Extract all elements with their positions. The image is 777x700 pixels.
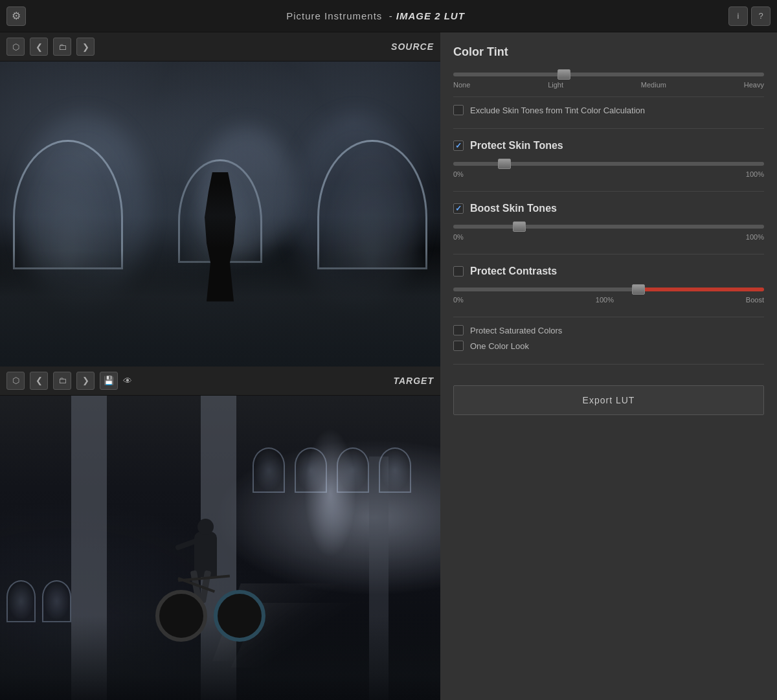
exclude-skin-tones-row: Exclude Skin Tones from Tint Color Calcu… bbox=[453, 105, 764, 115]
boost-skin-tones-header: Boost Skin Tones bbox=[453, 203, 764, 214]
color-tint-slider-container: None Light Medium Heavy bbox=[453, 69, 764, 89]
protect-saturated-colors-row: Protect Saturated Colors bbox=[453, 325, 764, 335]
divider-4 bbox=[453, 254, 764, 254]
protect-skin-tones-labels: 0% 100% bbox=[453, 170, 764, 178]
protect-contrasts-labels: 0% 100% Boost bbox=[453, 296, 764, 304]
app-subtitle: IMAGE 2 LUT bbox=[396, 10, 465, 21]
color-tint-slider[interactable] bbox=[453, 73, 764, 76]
one-color-look-label: One Color Look bbox=[470, 341, 529, 351]
target-eye-icon: 👁 bbox=[123, 376, 132, 386]
boost-skin-tones-section: Boost Skin Tones 0% 100% bbox=[453, 199, 764, 246]
boost-skin-tones-slider-container: 0% 100% bbox=[453, 221, 764, 241]
divider-1 bbox=[453, 96, 764, 97]
target-label: TARGET bbox=[393, 376, 434, 386]
target-next-button[interactable]: ❯ bbox=[76, 372, 95, 390]
target-folder-icon[interactable]: ⬡ bbox=[6, 372, 25, 390]
source-prev-button[interactable]: ❮ bbox=[30, 38, 48, 56]
app-title: Picture Instruments - IMAGE 2 LUT bbox=[26, 10, 725, 21]
protect-contrasts-checkbox[interactable] bbox=[453, 266, 464, 277]
protect-skin-tones-checkbox[interactable] bbox=[453, 141, 464, 151]
left-panel: ⬡ ❮ 🗀 ❯ SOURCE ⬡ ❮ 🗀 bbox=[0, 32, 440, 700]
bmx-rider bbox=[142, 512, 272, 642]
one-color-look-row: One Color Look bbox=[453, 341, 764, 351]
target-open-button[interactable]: 🗀 bbox=[53, 372, 71, 390]
app-name: Picture Instruments bbox=[286, 10, 382, 21]
target-image-area bbox=[0, 396, 440, 701]
protect-skin-tones-section: Protect Skin Tones 0% 100% bbox=[453, 137, 764, 183]
divider-3 bbox=[453, 191, 764, 192]
main-layout: ⬡ ❮ 🗀 ❯ SOURCE ⬡ ❮ 🗀 bbox=[0, 32, 777, 700]
divider-5 bbox=[453, 317, 764, 317]
color-tint-labels: None Light Medium Heavy bbox=[453, 81, 764, 89]
protect-saturated-colors-checkbox[interactable] bbox=[453, 325, 464, 335]
exclude-skin-tones-label: Exclude Skin Tones from Tint Color Calcu… bbox=[470, 106, 645, 115]
boost-skin-tones-labels: 0% 100% bbox=[453, 233, 764, 241]
target-toolbar: ⬡ ❮ 🗀 ❯ 💾 👁 TARGET bbox=[0, 367, 440, 396]
protect-saturated-colors-label: Protect Saturated Colors bbox=[470, 326, 562, 335]
protect-skin-tones-slider[interactable] bbox=[453, 162, 764, 166]
protect-contrasts-header: Protect Contrasts bbox=[453, 265, 764, 277]
target-save-button[interactable]: 💾 bbox=[100, 372, 118, 390]
protect-contrasts-title: Protect Contrasts bbox=[470, 265, 557, 277]
source-label: SOURCE bbox=[391, 41, 434, 52]
settings-icon[interactable]: ⚙ bbox=[6, 6, 26, 26]
protect-contrasts-section: Protect Contrasts 0% 100% Boost bbox=[453, 262, 764, 309]
one-color-look-checkbox[interactable] bbox=[453, 341, 464, 351]
divider-2 bbox=[453, 128, 764, 129]
titlebar: ⚙ Picture Instruments - IMAGE 2 LUT i ? bbox=[0, 0, 777, 32]
info-button[interactable]: i bbox=[728, 6, 748, 26]
color-tint-title: Color Tint bbox=[453, 45, 764, 59]
divider-6 bbox=[453, 364, 764, 365]
help-button[interactable]: ? bbox=[751, 6, 771, 26]
export-lut-button[interactable]: Export LUT bbox=[453, 385, 764, 415]
boost-skin-tones-checkbox[interactable] bbox=[453, 203, 464, 214]
right-panel: Color Tint None Light Medium Heavy Exclu… bbox=[440, 32, 777, 700]
source-open-button[interactable]: 🗀 bbox=[53, 38, 71, 56]
target-prev-button[interactable]: ❮ bbox=[30, 372, 48, 390]
protect-skin-tones-slider-container: 0% 100% bbox=[453, 158, 764, 178]
source-next-button[interactable]: ❯ bbox=[76, 38, 95, 56]
source-folder-icon[interactable]: ⬡ bbox=[6, 38, 25, 56]
color-tint-section: Color Tint None Light Medium Heavy Exclu… bbox=[453, 45, 764, 120]
boost-skin-tones-title: Boost Skin Tones bbox=[470, 203, 557, 214]
boost-skin-tones-slider[interactable] bbox=[453, 225, 764, 229]
protect-skin-tones-header: Protect Skin Tones bbox=[453, 140, 764, 152]
exclude-skin-tones-checkbox[interactable] bbox=[453, 105, 464, 115]
protect-skin-tones-title: Protect Skin Tones bbox=[470, 140, 563, 152]
source-toolbar: ⬡ ❮ 🗀 ❯ SOURCE bbox=[0, 32, 440, 62]
protect-contrasts-slider-container: 0% 100% Boost bbox=[453, 284, 764, 304]
source-image-area bbox=[0, 62, 440, 367]
protect-contrasts-slider[interactable] bbox=[453, 288, 764, 291]
